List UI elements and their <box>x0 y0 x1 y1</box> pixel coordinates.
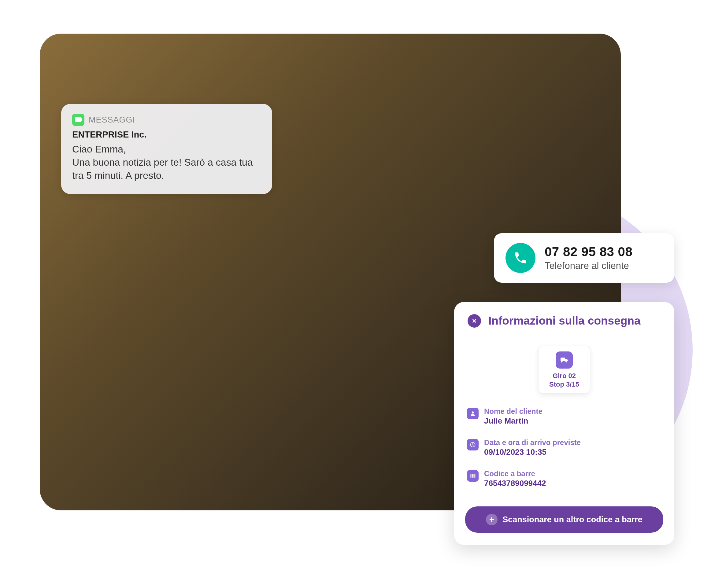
notification-sender: ENTERPRISE Inc. <box>72 130 261 140</box>
call-customer-card[interactable]: 07 82 95 83 08 Telefonare al cliente <box>494 233 674 283</box>
delivery-panel-title: Informazioni sulla consegna <box>488 315 641 327</box>
eta-row: Data e ora di arrivo previste 09/10/2023… <box>465 432 663 463</box>
barcode-row: Codice a barre 76543789099442 <box>465 463 663 494</box>
customer-name-value: Julie Martin <box>484 416 542 426</box>
eta-label: Data e ora di arrivo previste <box>484 438 581 447</box>
tour-name: Giro 02 <box>542 371 587 380</box>
delivery-info-panel: Informazioni sulla consegna Giro 02 Stop… <box>454 302 674 545</box>
messages-app-icon <box>72 114 84 126</box>
notification-body: Ciao Emma,Una buona notizia per te! Sarò… <box>72 143 261 182</box>
truck-icon <box>556 352 573 368</box>
scan-button-label: Scansionare un altro codice a barre <box>502 515 643 524</box>
phone-icon <box>505 243 536 273</box>
sms-notification: MESSAGGI ENTERPRISE Inc. Ciao Emma,Una b… <box>61 104 272 194</box>
barcode-label: Codice a barre <box>484 470 546 478</box>
person-icon <box>467 408 479 419</box>
call-customer-label: Telefonare al cliente <box>545 261 632 271</box>
customer-row: Nome del cliente Julie Martin <box>465 401 663 432</box>
close-icon[interactable] <box>468 314 481 327</box>
scan-another-barcode-button[interactable]: + Scansionare un altro codice a barre <box>465 506 663 533</box>
tour-stop: Stop 3/15 <box>542 380 587 389</box>
barcode-value: 76543789099442 <box>484 479 546 488</box>
notification-app-label: MESSAGGI <box>89 115 135 125</box>
eta-value: 09/10/2023 10:35 <box>484 447 581 457</box>
customer-phone-number: 07 82 95 83 08 <box>545 245 632 259</box>
clock-icon <box>467 439 479 451</box>
svg-point-0 <box>472 411 474 413</box>
tour-card: Giro 02 Stop 3/15 <box>538 346 590 393</box>
barcode-icon <box>467 470 479 482</box>
plus-icon: + <box>486 514 498 525</box>
customer-name-label: Nome del cliente <box>484 407 542 416</box>
